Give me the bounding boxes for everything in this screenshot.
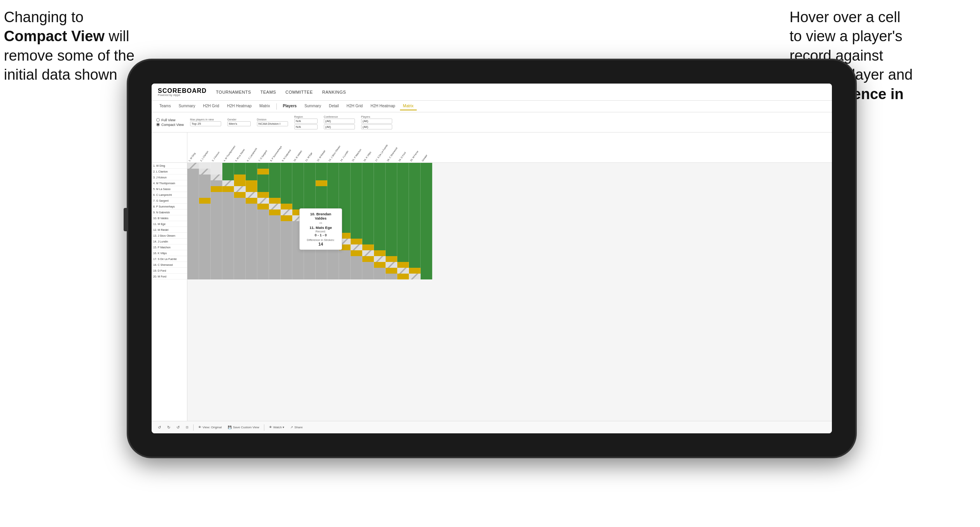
grid-cell-15-13[interactable] [339, 250, 351, 256]
grid-cell-6-17[interactable] [386, 198, 397, 204]
grid-cell-1-20[interactable] [421, 169, 432, 175]
grid-cell-1-3[interactable] [222, 169, 234, 175]
grid-cell-0-1[interactable] [199, 163, 211, 169]
grid-cell-13-20[interactable] [421, 239, 432, 244]
grid-cell-18-2[interactable] [211, 268, 222, 274]
grid-cell-10-7[interactable] [269, 221, 281, 227]
grid-cell-16-5[interactable] [246, 256, 257, 262]
grid-cell-6-10[interactable] [304, 198, 316, 204]
grid-cell-18-13[interactable] [339, 268, 351, 274]
grid-cell-17-12[interactable] [327, 262, 339, 268]
full-view-radio[interactable] [156, 118, 160, 122]
grid-cell-1-13[interactable] [339, 169, 351, 175]
grid-cell-8-2[interactable] [211, 209, 222, 215]
grid-cell-18-16[interactable] [374, 268, 386, 274]
grid-cell-5-2[interactable] [211, 192, 222, 198]
sub-nav-summary2[interactable]: Summary [301, 102, 324, 110]
grid-cell-15-20[interactable] [421, 250, 432, 256]
sub-nav-teams[interactable]: Teams [156, 102, 174, 110]
grid-cell-16-0[interactable] [187, 256, 199, 262]
grid-cell-11-17[interactable] [386, 227, 397, 233]
grid-cell-4-9[interactable] [292, 186, 304, 192]
grid-cell-13-2[interactable] [211, 239, 222, 244]
grid-cell-10-3[interactable] [222, 221, 234, 227]
grid-cell-0-13[interactable] [339, 163, 351, 169]
grid-cell-0-2[interactable] [211, 163, 222, 169]
grid-cell-14-7[interactable] [269, 244, 281, 250]
gender-select[interactable]: Men's [227, 121, 251, 126]
grid-cell-14-19[interactable] [409, 244, 421, 250]
grid-cell-2-20[interactable] [421, 175, 432, 180]
grid-cell-10-4[interactable] [234, 221, 246, 227]
grid-cell-15-18[interactable] [397, 250, 409, 256]
grid-cell-7-8[interactable] [281, 204, 292, 209]
grid-cell-7-1[interactable] [199, 204, 211, 209]
grid-cell-7-20[interactable] [421, 204, 432, 209]
grid-cell-5-4[interactable] [234, 192, 246, 198]
grid-cell-9-5[interactable] [246, 215, 257, 221]
grid-cell-9-17[interactable] [386, 215, 397, 221]
zoom-fit-btn[interactable]: ⊡ [184, 425, 190, 430]
grid-cell-14-6[interactable] [257, 244, 269, 250]
grid-cell-7-15[interactable] [362, 204, 374, 209]
grid-cell-15-11[interactable] [316, 250, 327, 256]
grid-cell-10-15[interactable] [362, 221, 374, 227]
grid-cell-4-1[interactable] [199, 186, 211, 192]
grid-cell-17-5[interactable] [246, 262, 257, 268]
sub-nav-h2hheatmap2[interactable]: H2H Heatmap [367, 102, 398, 110]
grid-cell-10-18[interactable] [397, 221, 409, 227]
grid-cell-16-8[interactable] [281, 256, 292, 262]
grid-cell-17-8[interactable] [281, 262, 292, 268]
grid-cell-2-6[interactable] [257, 175, 269, 180]
grid-cell-14-17[interactable] [386, 244, 397, 250]
grid-cell-8-16[interactable] [374, 209, 386, 215]
grid-cell-19-15[interactable] [362, 274, 374, 279]
grid-cell-19-0[interactable] [187, 274, 199, 279]
grid-cell-4-7[interactable] [269, 186, 281, 192]
grid-cell-17-9[interactable] [292, 262, 304, 268]
grid-cell-14-16[interactable] [374, 244, 386, 250]
grid-cell-5-8[interactable] [281, 192, 292, 198]
grid-cell-14-18[interactable] [397, 244, 409, 250]
grid-cell-3-16[interactable] [374, 180, 386, 186]
grid-cell-16-4[interactable] [234, 256, 246, 262]
grid-cell-18-4[interactable] [234, 268, 246, 274]
share-btn[interactable]: ↗ Share [289, 425, 304, 430]
grid-cell-17-16[interactable] [374, 262, 386, 268]
grid-cell-11-18[interactable] [397, 227, 409, 233]
grid-cell-4-6[interactable] [257, 186, 269, 192]
grid-cell-3-11[interactable] [316, 180, 327, 186]
grid-cell-8-3[interactable] [222, 209, 234, 215]
grid-cell-11-16[interactable] [374, 227, 386, 233]
grid-cell-6-5[interactable] [246, 198, 257, 204]
grid-cell-18-20[interactable] [421, 268, 432, 274]
grid-cell-11-5[interactable] [246, 227, 257, 233]
grid-cell-4-20[interactable] [421, 186, 432, 192]
grid-cell-19-5[interactable] [246, 274, 257, 279]
grid-cell-15-17[interactable] [386, 250, 397, 256]
nav-teams[interactable]: TEAMS [260, 88, 276, 96]
division-select[interactable]: NCAA Division I [257, 121, 288, 126]
grid-cell-18-7[interactable] [269, 268, 281, 274]
grid-cell-14-15[interactable] [362, 244, 374, 250]
grid-cell-8-5[interactable] [246, 209, 257, 215]
grid-cell-8-18[interactable] [397, 209, 409, 215]
grid-cell-16-1[interactable] [199, 256, 211, 262]
grid-cell-16-7[interactable] [269, 256, 281, 262]
grid-cell-3-19[interactable] [409, 180, 421, 186]
grid-cell-7-6[interactable] [257, 204, 269, 209]
grid-cell-13-5[interactable] [246, 239, 257, 244]
grid-cell-6-8[interactable] [281, 198, 292, 204]
grid-cell-1-19[interactable] [409, 169, 421, 175]
grid-cell-8-4[interactable] [234, 209, 246, 215]
grid-cell-4-2[interactable] [211, 186, 222, 192]
grid-cell-3-7[interactable] [269, 180, 281, 186]
grid-cell-9-7[interactable] [269, 215, 281, 221]
grid-cell-11-2[interactable] [211, 227, 222, 233]
grid-cell-12-0[interactable] [187, 233, 199, 239]
grid-cell-5-11[interactable] [316, 192, 327, 198]
grid-cell-6-15[interactable] [362, 198, 374, 204]
grid-cell-19-18[interactable] [397, 274, 409, 279]
grid-cell-15-19[interactable] [409, 250, 421, 256]
grid-cell-3-3[interactable] [222, 180, 234, 186]
